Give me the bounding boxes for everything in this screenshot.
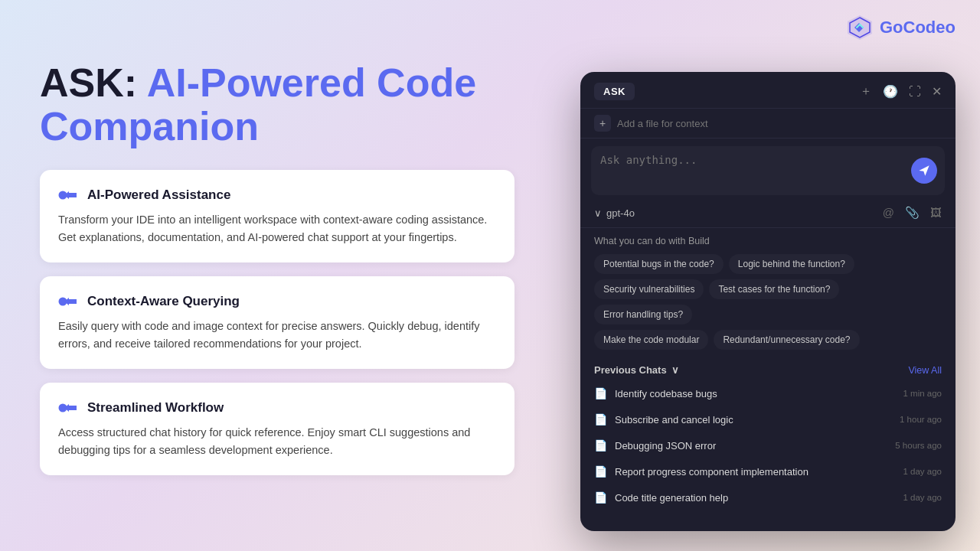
chip-error[interactable]: Error handling tips? [594, 305, 692, 324]
doc-icon: 📄 [594, 387, 607, 399]
chat-time: 1 day ago [903, 467, 942, 476]
prev-chats-label: Previous Chats [594, 364, 667, 376]
chat-time: 1 min ago [903, 389, 942, 398]
send-button[interactable] [911, 158, 937, 184]
panel-header: ASK ＋ 🕐 ⛶ ✕ [580, 72, 956, 109]
feature-desc-context: Easily query with code and image context… [58, 318, 496, 352]
left-content: ASK: AI-Powered Code Companion AI-Powere… [40, 61, 514, 489]
file-add-label: Add a file for context [617, 118, 708, 129]
doc-icon: 📄 [594, 491, 607, 504]
prev-chats-toggle[interactable]: Previous Chats ∨ [594, 364, 679, 376]
chat-time: 5 hours ago [895, 441, 942, 450]
model-selector: ∨ gpt-4o @ 📎 🖼 [580, 201, 956, 228]
chip-bugs[interactable]: Potential bugs in the code? [594, 254, 724, 274]
chip-logic[interactable]: Logic behind the function? [729, 254, 854, 274]
chevron-down-icon: ∨ [594, 207, 602, 219]
feature-desc-workflow: Access structured chat history for quick… [58, 424, 496, 458]
feature-card-workflow: Streamlined Workflow Access structured c… [40, 383, 514, 475]
feature-card-context: Context-Aware Querying Easily query with… [40, 276, 514, 369]
suggestions-section: What you can do with Build Potential bug… [580, 228, 956, 355]
chips-row-2: Security vulnerabilities Test cases for … [594, 279, 942, 324]
view-all-link[interactable]: View All [908, 365, 942, 376]
model-left[interactable]: ∨ gpt-4o [594, 207, 635, 219]
ask-badge: ASK [594, 83, 635, 100]
chip-security[interactable]: Security vulnerabilities [594, 279, 704, 299]
expand-icon[interactable]: ⛶ [909, 85, 921, 99]
chat-title: Report progress component implementation [615, 466, 808, 478]
feature-card-ai: AI-Powered Assistance Transform your IDE… [40, 170, 514, 262]
chat-list: 📄 Identify codebase bugs 1 min ago 📄 Sub… [580, 380, 956, 510]
ask-input[interactable] [600, 154, 936, 184]
prev-chats-header: Previous Chats ∨ View All [580, 355, 956, 380]
chat-time: 1 day ago [903, 493, 942, 502]
file-add-row: + Add a file for context [580, 109, 956, 139]
feature-icon-ai [58, 187, 80, 204]
doc-icon: 📄 [594, 413, 607, 425]
chip-redundant[interactable]: Redundant/unnecessary code? [714, 330, 859, 350]
feature-title-ai: AI-Powered Assistance [87, 187, 230, 203]
chat-title: Subscribe and cancel logic [615, 414, 733, 425]
chip-tests[interactable]: Test cases for the function? [709, 279, 839, 299]
svg-marker-6 [64, 298, 77, 305]
panel-actions: ＋ 🕐 ⛶ ✕ [860, 83, 942, 99]
attachment-icon[interactable]: 📎 [905, 206, 920, 220]
feature-title-workflow: Streamlined Workflow [87, 400, 224, 416]
doc-icon: 📄 [594, 439, 607, 452]
svg-marker-8 [64, 404, 77, 412]
input-area [591, 146, 945, 195]
chevron-down-prev-icon: ∨ [671, 364, 679, 376]
chat-title: Code title generation help [615, 492, 728, 504]
chat-time: 1 hour ago [900, 415, 942, 424]
history-icon[interactable]: 🕐 [883, 84, 898, 99]
suggestions-title: What you can do with Build [594, 236, 942, 246]
chat-item[interactable]: 📄 Subscribe and cancel logic 1 hour ago [580, 406, 956, 432]
chat-item[interactable]: 📄 Code title generation help 1 day ago [580, 484, 956, 510]
chat-item[interactable]: 📄 Debugging JSON error 5 hours ago [580, 432, 956, 458]
model-icons: @ 📎 🖼 [883, 206, 942, 220]
image-icon[interactable]: 🖼 [930, 206, 942, 220]
chips-row-3: Make the code modular Redundant/unnecess… [594, 330, 942, 350]
feature-title-context: Context-Aware Querying [87, 294, 240, 309]
feature-icon-workflow [58, 399, 80, 416]
feature-desc-ai: Transform your IDE into an intelligent w… [58, 211, 496, 246]
chips-row-1: Potential bugs in the code? Logic behind… [594, 254, 942, 274]
chat-title: Identify codebase bugs [615, 388, 717, 399]
chip-modular[interactable]: Make the code modular [594, 330, 708, 350]
chat-item[interactable]: 📄 Identify codebase bugs 1 min ago [580, 380, 956, 406]
logo-icon [846, 14, 874, 41]
file-add-button[interactable]: + [594, 115, 611, 132]
ask-panel: ASK ＋ 🕐 ⛶ ✕ + Add a file for context ∨ g… [580, 72, 956, 531]
doc-icon: 📄 [594, 465, 607, 478]
at-icon[interactable]: @ [883, 206, 894, 220]
main-title: ASK: AI-Powered Code Companion [40, 61, 514, 148]
model-name: gpt-4o [606, 207, 635, 219]
chat-title: Debugging JSON error [615, 440, 716, 452]
logo-text: GoCodeo [880, 18, 956, 37]
close-icon[interactable]: ✕ [932, 84, 942, 99]
add-icon[interactable]: ＋ [860, 83, 872, 99]
chat-item[interactable]: 📄 Report progress component implementati… [580, 458, 956, 484]
logo: GoCodeo [846, 14, 956, 41]
feature-icon-context [58, 293, 80, 310]
